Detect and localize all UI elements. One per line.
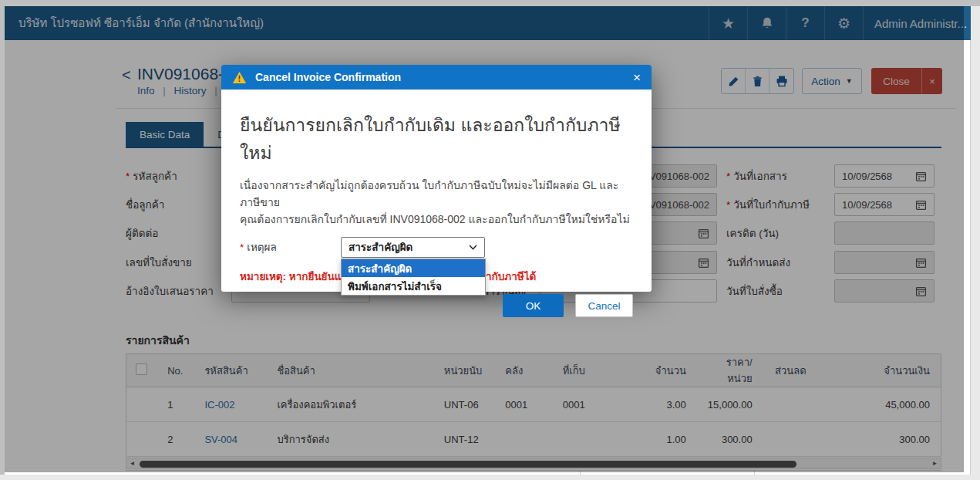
modal-header: Cancel Invoice Confirmation × [221,65,652,90]
modal-buttons: OK Cancel [240,294,633,317]
reason-row: *เหตุผล สาระสำคัญผิด สาระสำคัญผิด พิมพ์เ… [240,236,633,258]
reason-option-2[interactable]: พิมพ์เอกสารไม่สำเร็จ [342,277,485,295]
modal-body: ยืนยันการยกเลิกใบกำกับเดิม และออกใบกำกับ… [221,90,652,317]
modal-heading: ยืนยันการยกเลิกใบกำกับเดิม และออกใบกำกับ… [240,111,633,167]
warning-icon [232,71,247,84]
reason-option-1[interactable]: สาระสำคัญผิด [342,259,485,277]
modal-note-prefix: หมายเหตุ: หากยืนยันแล้ [240,271,348,282]
ok-button[interactable]: OK [503,294,564,317]
reason-select[interactable]: สาระสำคัญผิด [341,237,485,258]
cancel-invoice-modal: Cancel Invoice Confirmation × ยืนยันการย… [221,65,652,292]
modal-message-line2: คุณต้องการยกเลิกใบกำกับเลขที่ INV091068-… [240,211,633,228]
window-frame-top [0,0,980,6]
required-asterisk: * [240,242,244,253]
modal-message-line1: เนื่องจากสาระสำคัญไม่ถูกต้องครบถ้วน ใบกำ… [240,177,633,211]
reason-select-value: สาระสำคัญผิด [349,238,469,255]
reason-label: *เหตุผล [240,238,341,255]
modal-note-suffix: ำกับภาษีได้ [486,268,536,285]
cancel-button[interactable]: Cancel [575,294,633,317]
modal-message: เนื่องจากสาระสำคัญไม่ถูกต้องครบถ้วน ใบกำ… [240,177,633,228]
modal-title: Cancel Invoice Confirmation [255,71,633,83]
chevron-down-icon [469,245,477,250]
modal-close-icon[interactable]: × [633,71,641,84]
reason-dropdown-list: สาระสำคัญผิด พิมพ์เอกสารไม่สำเร็จ [341,259,486,296]
